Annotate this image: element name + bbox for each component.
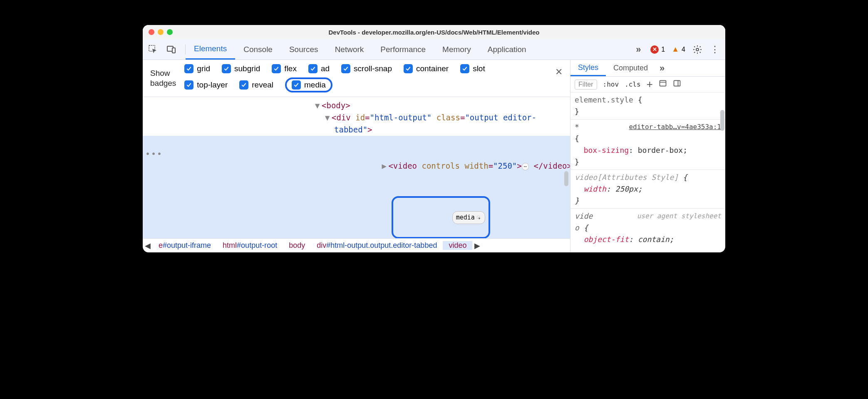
tab-performance[interactable]: Performance	[372, 39, 434, 60]
badge-flex[interactable]: flex	[272, 64, 297, 73]
source-link[interactable]: editor-tabb…v=4ae353a:1	[629, 121, 721, 133]
breadcrumb-item[interactable]: body	[283, 241, 311, 250]
breadcrumb-item[interactable]: html#output-root	[217, 241, 283, 250]
prop-box-sizing[interactable]: box-sizing	[584, 146, 629, 155]
dom-tree[interactable]: ▼<body> ▼<div id="html-output" class="ou…	[143, 97, 570, 238]
checkbox-icon[interactable]	[341, 64, 350, 73]
svg-rect-2	[172, 48, 175, 53]
badge-media-highlighted[interactable]: media	[285, 77, 332, 92]
badge-scroll-snap[interactable]: scroll-snap	[341, 64, 392, 73]
panel-tabs: Elements Console Sources Network Perform…	[186, 39, 535, 60]
toggle-sidebar-icon[interactable]	[673, 79, 681, 90]
breadcrumb-item-active[interactable]: video	[443, 241, 472, 250]
breadcrumb-scroll-right-icon[interactable]: ▶	[472, 241, 482, 250]
more-tabs-icon[interactable]: »	[633, 44, 644, 55]
styles-tabs: Styles Computed »	[570, 60, 725, 77]
toggle-hov[interactable]: :hov	[603, 80, 619, 88]
svg-point-3	[696, 48, 699, 51]
warning-icon: ▲	[672, 45, 679, 54]
styles-panel: Styles Computed » Filter :hov .cls + ele…	[570, 60, 725, 252]
tab-network[interactable]: Network	[327, 39, 372, 60]
elements-panel: Show badges grid subgrid flex ad scroll-…	[143, 60, 570, 252]
selector-video-attr[interactable]: video[Attributes Style]	[575, 173, 678, 182]
tab-console[interactable]: Console	[235, 39, 281, 60]
breadcrumb: ◀ e#output-iframe html#output-root body …	[143, 238, 570, 252]
media-badge-highlighted[interactable]: media	[392, 196, 490, 238]
error-icon: ✕	[650, 45, 659, 54]
badges-list: grid subgrid flex ad scroll-snap contain…	[184, 64, 513, 92]
styles-more-tabs-icon[interactable]: »	[660, 63, 665, 74]
checkbox-icon[interactable]	[404, 64, 413, 73]
devtools-window: DevTools - developer.mozilla.org/en-US/d…	[143, 25, 725, 252]
new-style-rule-icon[interactable]: +	[647, 78, 653, 91]
styles-rules[interactable]: element.style { } * editor-tabb…v=4ae353…	[570, 92, 725, 252]
checkbox-icon[interactable]	[184, 64, 193, 73]
breadcrumb-item[interactable]: e#output-iframe	[153, 241, 217, 250]
badge-subgrid[interactable]: subgrid	[222, 64, 260, 73]
styles-toolbar: Filter :hov .cls +	[570, 77, 725, 92]
styles-tab-styles[interactable]: Styles	[570, 60, 606, 76]
dom-node-div-cont[interactable]: tabbed">	[143, 124, 570, 136]
titlebar: DevTools - developer.mozilla.org/en-US/d…	[143, 25, 725, 39]
checkbox-icon[interactable]	[272, 64, 281, 73]
tab-memory[interactable]: Memory	[434, 39, 479, 60]
tab-application[interactable]: Application	[479, 39, 535, 60]
dom-node-body[interactable]: ▼<body>	[143, 100, 570, 112]
breadcrumb-scroll-left-icon[interactable]: ◀	[143, 241, 153, 250]
styles-filter-input[interactable]: Filter	[575, 80, 597, 90]
prop-width[interactable]: width	[584, 185, 606, 193]
warning-count[interactable]: ▲ 4	[672, 45, 685, 54]
checkbox-icon[interactable]	[292, 80, 301, 90]
badge-top-layer[interactable]: top-layer	[184, 77, 228, 92]
checkbox-icon[interactable]	[222, 64, 231, 73]
badge-reveal[interactable]: reveal	[239, 77, 273, 92]
computed-styles-icon[interactable]	[659, 79, 667, 90]
window-title: DevTools - developer.mozilla.org/en-US/d…	[143, 29, 725, 36]
dom-scrollbar[interactable]	[564, 171, 568, 186]
warning-count-value: 4	[682, 46, 685, 53]
badge-container[interactable]: container	[404, 64, 449, 73]
selector-star[interactable]: *	[575, 122, 579, 131]
media-badge-pill[interactable]: media	[452, 211, 485, 224]
inspect-element-icon[interactable]	[148, 44, 159, 55]
svg-rect-5	[660, 80, 666, 86]
breadcrumb-item[interactable]: div#html-output.output.editor-tabbed	[311, 241, 443, 250]
badge-slot[interactable]: slot	[460, 64, 485, 73]
badges-title: Show badges	[150, 68, 176, 88]
styles-tab-computed[interactable]: Computed	[606, 60, 655, 76]
main-toolbar: Elements Console Sources Network Perform…	[143, 39, 725, 60]
kebab-menu-icon[interactable]: ⋮	[709, 44, 720, 55]
checkbox-icon[interactable]	[460, 64, 469, 73]
gutter-dots-icon[interactable]: •••	[145, 148, 163, 160]
checkbox-icon[interactable]	[239, 80, 248, 90]
device-toolbar-icon[interactable]	[166, 44, 177, 55]
user-agent-note: user agent stylesheet	[637, 210, 721, 222]
checkbox-icon[interactable]	[308, 64, 317, 73]
dom-node-video-selected[interactable]: ••• ▶<video controls width="250">⋯ </vid…	[143, 136, 570, 184]
error-count[interactable]: ✕ 1	[650, 45, 665, 54]
prop-object-fit[interactable]: object-fit	[584, 235, 629, 244]
main-content: Show badges grid subgrid flex ad scroll-…	[143, 60, 725, 252]
badges-bar: Show badges grid subgrid flex ad scroll-…	[143, 60, 570, 97]
tab-sources[interactable]: Sources	[281, 39, 327, 60]
badge-ad[interactable]: ad	[308, 64, 330, 73]
styles-scrollbar[interactable]	[720, 110, 724, 131]
settings-icon[interactable]	[692, 44, 703, 55]
error-count-value: 1	[661, 46, 665, 53]
selector-video[interactable]: vide	[575, 212, 593, 220]
badge-grid[interactable]: grid	[184, 64, 210, 73]
dom-node-div[interactable]: ▼<div id="html-output" class="output edi…	[143, 112, 570, 124]
svg-rect-6	[674, 80, 680, 86]
selector-element-style[interactable]: element.style	[575, 95, 633, 104]
toggle-cls[interactable]: .cls	[625, 80, 641, 88]
checkbox-icon[interactable]	[184, 80, 193, 90]
inspect-mini-icon	[476, 215, 481, 220]
close-badges-icon[interactable]: ✕	[555, 67, 563, 77]
dom-node-video-badge-line[interactable]: media == $0	[143, 184, 570, 238]
collapsed-content-icon[interactable]: ⋯	[522, 163, 529, 170]
tab-elements[interactable]: Elements	[186, 39, 235, 60]
